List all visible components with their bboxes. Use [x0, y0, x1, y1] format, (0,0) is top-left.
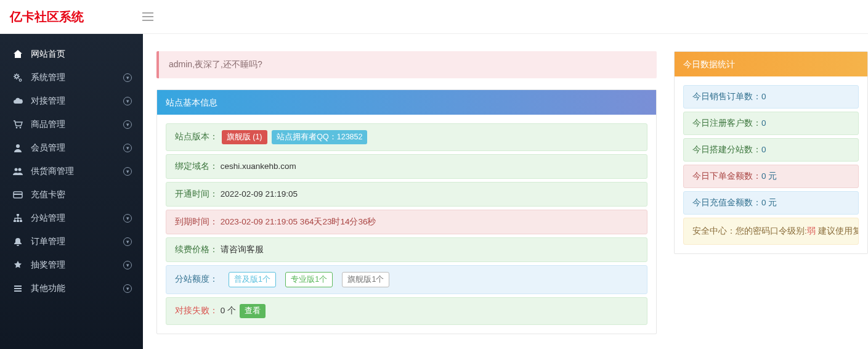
sidebar-item-9[interactable]: 抽奖管理▾: [0, 253, 143, 277]
label: 今日销售订单数：: [692, 92, 761, 101]
sidebar-item-8[interactable]: 订单管理▾: [0, 230, 143, 253]
topbar: 亿卡社区系统: [0, 0, 868, 34]
quota-pro: 专业版1个: [285, 272, 333, 287]
svg-point-1: [19, 79, 22, 81]
stats-title: 今日数据统计: [675, 52, 867, 76]
svg-point-2: [16, 127, 18, 129]
stat-row-2: 今日搭建分站数：0: [683, 138, 859, 162]
sidebar-item-10[interactable]: 其他功能▾: [0, 277, 143, 300]
value: 0 个: [221, 306, 236, 315]
label: 开通时间：: [175, 189, 218, 199]
owner-badge: 站点拥有者QQ：123852: [272, 130, 367, 144]
sidebar-item-label: 系统管理: [31, 72, 123, 83]
site-info-card: 站点基本信息 站点版本： 旗舰版 (1) 站点拥有者QQ：123852 绑定域名…: [156, 89, 657, 334]
chevron-down-icon: ▾: [123, 167, 132, 176]
value: 0 元: [761, 198, 777, 207]
value: 0: [761, 118, 766, 128]
star-icon: [11, 260, 25, 270]
label: 安全中心：: [692, 226, 736, 236]
chevron-down-icon: ▾: [123, 214, 132, 223]
value: 0 元: [761, 171, 777, 181]
chevron-down-icon: ▾: [123, 144, 132, 152]
brand-title: 亿卡社区系统: [10, 9, 142, 25]
label: 续费价格：: [175, 245, 218, 254]
sitemap-icon: [11, 213, 25, 223]
chevron-down-icon: ▾: [123, 237, 132, 246]
pwd-level: 弱: [807, 226, 816, 236]
label: 今日充值金额数：: [692, 198, 761, 207]
svg-rect-8: [14, 194, 22, 195]
sidebar-item-0[interactable]: 网站首页: [0, 43, 143, 66]
label: 到期时间：: [175, 217, 218, 226]
stat-row-4: 今日充值金额数：0 元: [683, 191, 859, 215]
sidebar-item-label: 商品管理: [31, 119, 123, 130]
dock-fail-row: 对接失败： 0 个 查看: [166, 297, 647, 325]
view-button[interactable]: 查看: [240, 304, 266, 318]
sidebar-item-label: 订单管理: [31, 236, 123, 247]
svg-rect-10: [14, 220, 16, 222]
stat-row-0: 今日销售订单数：0: [683, 85, 859, 109]
sidebar-item-6[interactable]: 充值卡密: [0, 183, 143, 207]
sidebar-item-label: 其他功能: [31, 283, 123, 294]
sidebar-item-5[interactable]: 供货商管理▾: [0, 160, 143, 183]
svg-point-5: [15, 168, 18, 171]
chevron-down-icon: ▾: [123, 97, 132, 105]
sidebar-item-3[interactable]: 商品管理▾: [0, 113, 143, 136]
svg-rect-11: [17, 220, 19, 222]
site-version-row: 站点版本： 旗舰版 (1) 站点拥有者QQ：123852: [166, 123, 647, 151]
user-icon: [11, 143, 25, 153]
sidebar-item-label: 抽奖管理: [31, 260, 123, 271]
expire-row: 到期时间： 2023-02-09 21:19:05 364天23时14分36秒: [166, 210, 647, 234]
label: 对接失败：: [175, 306, 218, 315]
label: 绑定域名：: [175, 162, 218, 171]
svg-rect-12: [20, 220, 22, 222]
sidebar-item-1[interactable]: 系统管理▾: [0, 66, 143, 89]
quota-basic: 普及版1个: [229, 272, 276, 287]
sidebar-item-7[interactable]: 分站管理▾: [0, 207, 143, 230]
open-time-row: 开通时间： 2022-02-09 21:19:05: [166, 182, 647, 207]
sidebar-item-label: 供货商管理: [31, 166, 123, 177]
sidebar-item-2[interactable]: 对接管理▾: [0, 89, 143, 113]
label: 站点版本：: [175, 132, 218, 141]
sidebar-item-label: 分站管理: [31, 213, 123, 224]
sidebar-item-label: 充值卡密: [31, 189, 132, 200]
domain-row: 绑定域名： ceshi.xuankehb.com: [166, 154, 647, 179]
gears-icon: [11, 73, 25, 83]
svg-point-6: [18, 168, 22, 171]
svg-point-0: [15, 75, 18, 78]
version-badge: 旗舰版 (1): [222, 130, 267, 144]
site-info-title: 站点基本信息: [157, 90, 656, 115]
users-icon: [11, 166, 25, 176]
svg-point-4: [16, 144, 20, 148]
label: 今日搭建分站数：: [692, 145, 761, 154]
quota-ult: 旗舰版1个: [342, 272, 389, 287]
quota-row: 分站额度： 普及版1个 专业版1个 旗舰版1个: [166, 265, 647, 294]
home-icon: [11, 49, 25, 59]
value: 0: [761, 145, 766, 154]
label: 分站额度：: [175, 274, 218, 284]
renew-row: 续费价格： 请咨询客服: [166, 237, 647, 262]
chevron-down-icon: ▾: [123, 120, 132, 129]
security-row: 安全中心：您的密码口令级别:弱 建议使用复杂一点密: [683, 218, 859, 245]
sidebar-item-label: 会员管理: [31, 142, 123, 154]
chevron-down-icon: ▾: [123, 73, 132, 82]
label: 今日注册客户数：: [692, 118, 761, 128]
sidebar-item-4[interactable]: 会员管理▾: [0, 136, 143, 160]
value: 0: [761, 92, 766, 101]
chevron-down-icon: ▾: [123, 261, 132, 269]
sidebar-item-label: 网站首页: [31, 49, 132, 60]
sidebar: 网站首页系统管理▾对接管理▾商品管理▾会员管理▾供货商管理▾充值卡密分站管理▾订…: [0, 34, 143, 349]
menu-toggle-icon[interactable]: [142, 12, 153, 21]
card-icon: [11, 190, 25, 200]
value: ceshi.xuankehb.com: [221, 162, 296, 171]
label: 今日下单金额数：: [692, 171, 761, 181]
cloud-icon: [11, 96, 25, 106]
bell-icon: [11, 237, 25, 247]
value: 请咨询客服: [221, 245, 264, 254]
svg-point-3: [20, 127, 22, 129]
stat-row-3: 今日下单金额数：0 元: [683, 165, 859, 188]
value: 2022-02-09 21:19:05: [221, 189, 298, 199]
stats-card: 今日数据统计 今日销售订单数：0今日注册客户数：0今日搭建分站数：0今日下单金额…: [674, 51, 868, 254]
svg-rect-9: [17, 214, 19, 216]
value: 2023-02-09 21:19:05 364天23时14分36秒: [221, 217, 376, 226]
